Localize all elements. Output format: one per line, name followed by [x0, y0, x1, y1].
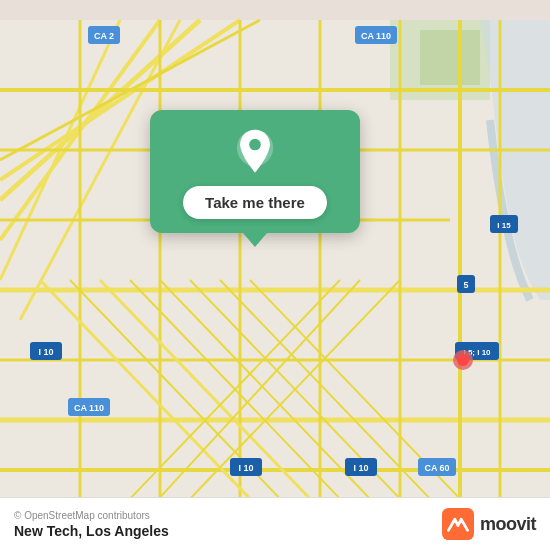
- svg-text:CA 2: CA 2: [94, 31, 114, 41]
- svg-text:CA 110: CA 110: [361, 31, 391, 41]
- map-container: CA 110 CA 2 I 15 I 10 CA 110 I 10 I 5; I…: [0, 0, 550, 550]
- svg-text:I 10: I 10: [38, 347, 53, 357]
- svg-point-57: [249, 139, 261, 151]
- svg-text:I 15: I 15: [497, 221, 511, 230]
- popup-card: Take me there: [150, 110, 360, 233]
- copyright-text: © OpenStreetMap contributors: [14, 510, 169, 521]
- moovit-text: moovit: [480, 514, 536, 535]
- svg-text:CA 60: CA 60: [424, 463, 449, 473]
- svg-point-55: [457, 354, 469, 366]
- svg-text:5: 5: [463, 280, 468, 290]
- location-pin-icon: [231, 128, 279, 176]
- svg-text:I 10: I 10: [238, 463, 253, 473]
- svg-rect-2: [420, 30, 480, 85]
- svg-text:CA 110: CA 110: [74, 403, 104, 413]
- moovit-logo[interactable]: moovit: [442, 508, 536, 540]
- bottom-left-info: © OpenStreetMap contributors New Tech, L…: [14, 510, 169, 539]
- bottom-bar: © OpenStreetMap contributors New Tech, L…: [0, 497, 550, 550]
- take-me-there-button[interactable]: Take me there: [183, 186, 327, 219]
- svg-text:I 10: I 10: [353, 463, 368, 473]
- map-background: CA 110 CA 2 I 15 I 10 CA 110 I 10 I 5; I…: [0, 0, 550, 550]
- location-name: New Tech, Los Angeles: [14, 523, 169, 539]
- moovit-icon: [442, 508, 474, 540]
